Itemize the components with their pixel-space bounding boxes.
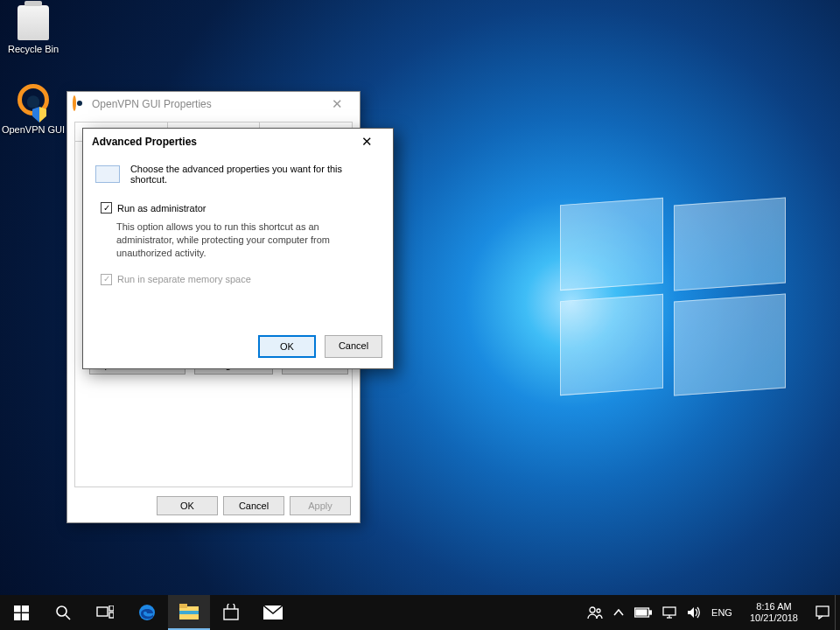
desktop-icon-label: Recycle Bin bbox=[0, 44, 66, 54]
svg-rect-19 bbox=[636, 610, 647, 615]
properties-titlebar[interactable]: OpenVPN GUI Properties ✕ bbox=[67, 92, 360, 116]
openvpn-icon bbox=[73, 97, 87, 111]
svg-point-16 bbox=[597, 609, 600, 612]
shortcut-properties-icon bbox=[95, 165, 120, 183]
svg-rect-24 bbox=[816, 606, 829, 616]
taskbar-app-file-explorer[interactable] bbox=[168, 595, 210, 630]
dialog-title: Advanced Properties bbox=[92, 136, 197, 148]
tray-battery-icon[interactable] bbox=[634, 607, 652, 618]
svg-rect-2 bbox=[14, 613, 21, 620]
tray-date: 10/21/2018 bbox=[750, 612, 798, 624]
search-button[interactable] bbox=[42, 595, 84, 630]
run-as-admin-description: This option allows you to run this short… bbox=[116, 220, 353, 260]
svg-rect-1 bbox=[22, 606, 29, 612]
separate-memory-checkbox bbox=[101, 274, 112, 285]
desktop-icon-recycle-bin[interactable]: Recycle Bin bbox=[0, 5, 66, 54]
properties-ok-button[interactable]: OK bbox=[157, 496, 218, 515]
svg-rect-12 bbox=[179, 611, 199, 614]
svg-rect-8 bbox=[109, 612, 114, 618]
window-title: OpenVPN GUI Properties bbox=[92, 98, 212, 110]
svg-rect-13 bbox=[224, 609, 238, 620]
dialog-intro-text: Choose the advanced properties you want … bbox=[130, 164, 381, 185]
close-icon[interactable]: ✕ bbox=[319, 96, 354, 112]
taskbar-app-edge[interactable] bbox=[126, 595, 168, 630]
run-as-admin-checkbox[interactable] bbox=[101, 202, 112, 214]
task-view-button[interactable] bbox=[84, 595, 126, 630]
start-button[interactable] bbox=[0, 595, 42, 630]
svg-rect-20 bbox=[663, 607, 676, 615]
windows-logo-graphic bbox=[560, 201, 788, 394]
taskbar: ENG 8:16 AM 10/21/2018 bbox=[0, 595, 840, 630]
advanced-ok-button[interactable]: OK bbox=[258, 335, 316, 358]
tray-network-icon[interactable] bbox=[662, 606, 676, 619]
tray-language[interactable]: ENG bbox=[711, 607, 732, 618]
svg-rect-3 bbox=[22, 613, 29, 620]
close-icon[interactable]: ✕ bbox=[349, 134, 384, 150]
taskbar-app-mail[interactable] bbox=[252, 595, 294, 630]
svg-rect-18 bbox=[650, 611, 652, 614]
tray-people-icon[interactable] bbox=[587, 606, 603, 620]
svg-line-5 bbox=[66, 615, 70, 620]
tray-notifications-icon[interactable] bbox=[816, 606, 830, 620]
svg-rect-11 bbox=[179, 604, 187, 608]
show-desktop-button[interactable] bbox=[835, 595, 840, 630]
advanced-cancel-button[interactable]: Cancel bbox=[325, 335, 382, 358]
svg-rect-7 bbox=[109, 606, 114, 611]
run-as-admin-label[interactable]: Run as administrator bbox=[117, 203, 206, 214]
recycle-bin-icon bbox=[18, 5, 49, 40]
tray-chevron-up-icon[interactable] bbox=[613, 609, 624, 616]
separate-memory-label: Run in separate memory space bbox=[117, 274, 251, 284]
advanced-titlebar[interactable]: Advanced Properties ✕ bbox=[83, 129, 393, 155]
tray-time: 8:16 AM bbox=[750, 601, 798, 612]
svg-point-15 bbox=[590, 607, 595, 612]
svg-rect-0 bbox=[14, 606, 21, 612]
tray-clock[interactable]: 8:16 AM 10/21/2018 bbox=[743, 601, 805, 623]
advanced-properties-dialog: Advanced Properties ✕ Choose the advance… bbox=[82, 128, 394, 369]
svg-marker-23 bbox=[688, 607, 694, 618]
properties-cancel-button[interactable]: Cancel bbox=[223, 496, 284, 515]
system-tray: ENG 8:16 AM 10/21/2018 bbox=[582, 601, 835, 623]
openvpn-icon bbox=[15, 84, 52, 121]
svg-rect-6 bbox=[97, 607, 108, 616]
svg-point-4 bbox=[57, 606, 66, 616]
properties-apply-button: Apply bbox=[290, 496, 351, 515]
desktop-icon-label: OpenVPN GUI bbox=[0, 124, 66, 135]
taskbar-app-store[interactable] bbox=[210, 595, 252, 630]
tray-volume-icon[interactable] bbox=[687, 606, 701, 619]
desktop-icon-openvpn[interactable]: OpenVPN GUI bbox=[0, 84, 66, 135]
